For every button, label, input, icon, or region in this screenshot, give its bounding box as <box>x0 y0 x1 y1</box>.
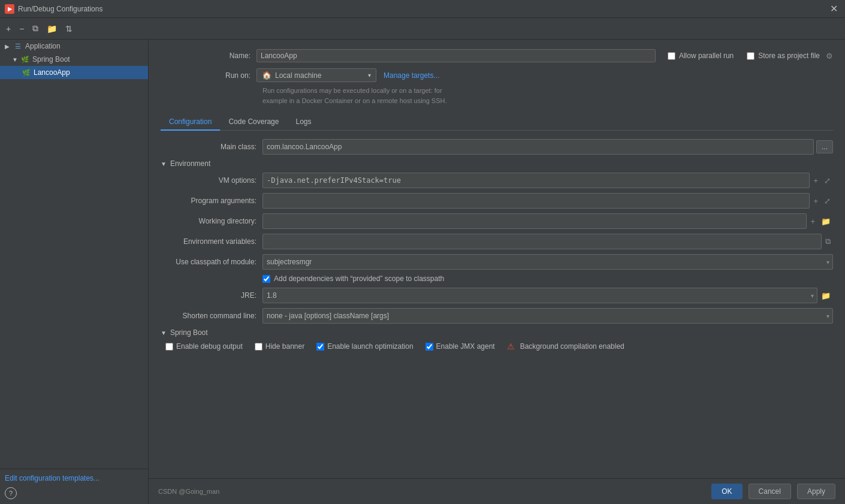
sidebar: ▶ ☰ Application ▼ 🌿 Spring Boot 🌿 Lancoo… <box>0 40 149 504</box>
bg-compilation-item: ⚠ Background compilation enabled <box>507 342 624 351</box>
enable-debug-item: Enable debug output <box>165 342 243 351</box>
working-dir-label: Working directory: <box>161 217 262 225</box>
env-vars-wrap: ⧉ <box>262 234 833 249</box>
working-dir-input[interactable] <box>262 213 807 229</box>
jre-browse-icon[interactable]: 📁 <box>819 290 833 301</box>
add-deps-checkbox[interactable] <box>262 275 270 283</box>
shorten-cmd-row: Shorten command line: none - java [optio… <box>161 308 833 324</box>
enable-launch-checkbox[interactable] <box>316 343 324 351</box>
help-button[interactable]: ? <box>5 487 17 499</box>
vm-options-row: VM options: + ⤢ <box>161 173 833 188</box>
folder-button[interactable]: 📁 <box>43 22 61 36</box>
classpath-select[interactable]: subjectresmgr <box>262 254 833 270</box>
run-on-value: Local machine <box>275 71 363 80</box>
edit-config-link[interactable]: Edit configuration templates... <box>5 474 99 482</box>
tab-code-coverage[interactable]: Code Coverage <box>220 114 287 131</box>
add-button[interactable]: + <box>2 22 14 36</box>
lancoo-app-icon: 🌿 <box>22 68 31 77</box>
environment-collapse-icon: ▼ <box>161 161 167 167</box>
spring-boot-checkboxes: Enable debug output Hide banner Enable l… <box>165 342 833 351</box>
enable-launch-label[interactable]: Enable launch optimization <box>327 342 413 351</box>
program-args-label: Program arguments: <box>161 197 262 205</box>
shorten-cmd-select-wrap: none - java [options] className [args] ▾ <box>262 308 833 324</box>
jre-select-wrap: 1.8 ▾ <box>262 288 817 303</box>
working-dir-browse-icon[interactable]: 📁 <box>819 216 833 227</box>
warning-icon: ⚠ <box>507 342 515 351</box>
env-vars-label: Environment variables: <box>161 237 262 246</box>
application-label: Application <box>25 42 61 50</box>
working-dir-add-icon[interactable]: + <box>808 216 817 227</box>
sidebar-bottom: Edit configuration templates... ? <box>0 469 148 504</box>
environment-section-header[interactable]: ▼ Environment <box>161 159 833 168</box>
program-args-expand-icon[interactable]: ⤢ <box>822 195 833 207</box>
name-input[interactable] <box>256 49 656 62</box>
allow-parallel-checkbox[interactable] <box>668 52 675 60</box>
add-deps-label[interactable]: Add dependencies with “provided” scope t… <box>274 274 444 283</box>
window-title: Run/Debug Configurations <box>18 5 828 13</box>
run-debug-configurations-window: ▶ Run/Debug Configurations ✕ + − ⧉ 📁 ⇅ ▶… <box>0 0 845 504</box>
bg-compilation-label: Background compilation enabled <box>520 342 624 351</box>
footer-buttons: OK Cancel Apply <box>708 484 835 499</box>
main-class-input[interactable] <box>262 139 814 155</box>
cancel-button[interactable]: Cancel <box>749 484 791 499</box>
main-class-browse-button[interactable]: ... <box>816 140 833 153</box>
env-vars-input[interactable] <box>262 234 822 249</box>
arrow-icon: ▶ <box>5 43 12 50</box>
apply-button[interactable]: Apply <box>797 484 835 499</box>
store-project-label: Store as project file <box>758 52 820 60</box>
tab-logs[interactable]: Logs <box>287 114 319 131</box>
lancoo-app-label: LancooApp <box>34 68 70 77</box>
chevron-down-icon: ▾ <box>368 72 371 79</box>
program-args-add-icon[interactable]: + <box>811 195 820 207</box>
enable-debug-label[interactable]: Enable debug output <box>176 342 243 351</box>
hide-banner-label[interactable]: Hide banner <box>265 342 304 351</box>
main-class-row: Main class: ... <box>161 139 833 155</box>
tab-configuration[interactable]: Configuration <box>161 114 220 131</box>
main-class-input-wrap: ... <box>262 139 833 155</box>
copy-button[interactable]: ⧉ <box>29 21 42 36</box>
run-on-dropdown[interactable]: 🏠 Local machine ▾ <box>256 68 376 82</box>
spring-boot-icon: 🌿 <box>20 55 30 64</box>
hint-text: Run configurations may be executed local… <box>262 86 833 105</box>
shorten-cmd-select[interactable]: none - java [options] className [args] <box>262 308 833 324</box>
sidebar-item-lancoo-app[interactable]: 🌿 LancooApp <box>0 66 148 79</box>
run-on-row: Run on: 🏠 Local machine ▾ Manage targets… <box>161 68 833 82</box>
jre-label: JRE: <box>161 291 262 300</box>
manage-targets-link[interactable]: Manage targets... <box>384 71 439 80</box>
gear-icon[interactable]: ⚙ <box>826 52 833 61</box>
store-project-checkbox[interactable] <box>747 52 755 60</box>
environment-label: Environment <box>170 159 210 168</box>
house-icon: 🏠 <box>262 71 271 80</box>
remove-button[interactable]: − <box>16 22 28 36</box>
vm-options-input[interactable] <box>262 173 810 188</box>
spring-boot-section: ▼ Spring Boot Enable debug output Hide b… <box>161 328 833 351</box>
jre-select[interactable]: 1.8 <box>262 288 817 303</box>
enable-jmx-checkbox[interactable] <box>425 343 433 351</box>
vm-options-wrap: + ⤢ <box>262 173 833 188</box>
spring-boot-section-label: Spring Boot <box>170 328 208 337</box>
working-dir-wrap: + 📁 <box>262 213 833 229</box>
program-args-input[interactable] <box>262 193 810 209</box>
sidebar-item-application[interactable]: ▶ ☰ Application <box>0 40 148 53</box>
spring-boot-arrow-icon: ▼ <box>12 56 19 63</box>
vm-options-add-icon[interactable]: + <box>811 175 820 186</box>
hide-banner-checkbox[interactable] <box>255 343 262 351</box>
main-content: ▶ ☰ Application ▼ 🌿 Spring Boot 🌿 Lancoo… <box>0 40 845 504</box>
spring-boot-section-header[interactable]: ▼ Spring Boot <box>161 328 833 337</box>
vm-options-expand-icon[interactable]: ⤢ <box>822 175 833 186</box>
ok-button[interactable]: OK <box>711 484 742 499</box>
env-vars-row: Environment variables: ⧉ <box>161 234 833 249</box>
close-button[interactable]: ✕ <box>828 3 840 14</box>
classpath-select-wrap: subjectresmgr ▾ <box>262 254 833 270</box>
allow-parallel-label: Allow parallel run <box>679 52 734 60</box>
env-vars-copy-icon[interactable]: ⧉ <box>823 236 833 248</box>
sidebar-item-spring-boot[interactable]: ▼ 🌿 Spring Boot <box>0 53 148 66</box>
enable-jmx-label[interactable]: Enable JMX agent <box>436 342 495 351</box>
enable-debug-checkbox[interactable] <box>165 343 173 351</box>
run-on-label: Run on: <box>161 71 256 80</box>
enable-jmx-item: Enable JMX agent <box>425 342 495 351</box>
jre-row: JRE: 1.8 ▾ 📁 <box>161 288 833 303</box>
vm-options-label: VM options: <box>161 176 262 185</box>
sort-button[interactable]: ⇅ <box>62 22 76 36</box>
spring-boot-collapse-icon: ▼ <box>161 330 167 336</box>
